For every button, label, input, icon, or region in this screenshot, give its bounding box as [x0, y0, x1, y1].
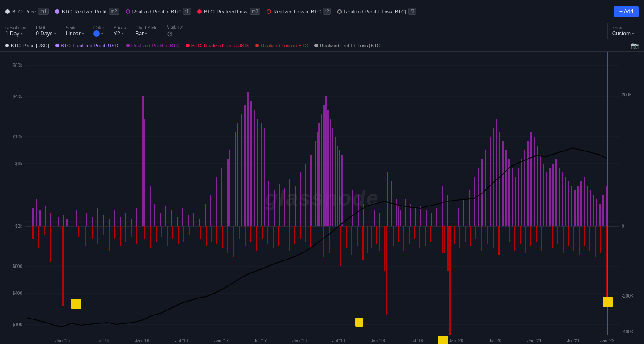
- visibility-control[interactable]: Visibility ⊘: [162, 23, 187, 39]
- svg-rect-71: [325, 96, 327, 226]
- legend-label-f3: Realized Profit + Loss [BTC]: [344, 9, 406, 14]
- svg-text:-400K: -400K: [622, 329, 634, 334]
- svg-rect-29: [142, 96, 144, 226]
- chart-legend-label: BTC: Realized Profit [USD]: [61, 43, 120, 48]
- ema-control[interactable]: EMA 0 Days ▾: [31, 23, 61, 39]
- legend-dot-f3: [337, 9, 342, 14]
- resolution-control[interactable]: Resolution 1 Day ▾: [5, 23, 31, 39]
- svg-rect-91: [396, 199, 397, 226]
- color-control[interactable]: Color ▾: [89, 23, 109, 39]
- svg-text:Jul '18: Jul '18: [332, 338, 345, 343]
- svg-rect-99: [431, 213, 432, 226]
- svg-rect-189: [273, 226, 274, 248]
- svg-rect-177: [206, 226, 207, 246]
- svg-rect-103: [453, 204, 453, 226]
- svg-rect-148: [606, 186, 607, 226]
- chart-legend-label: BTC: Price [USD]: [11, 43, 49, 48]
- zoom-control[interactable]: Zoom Custom ▾: [607, 23, 639, 39]
- svg-rect-174: [189, 226, 190, 235]
- svg-rect-120: [518, 168, 519, 226]
- svg-rect-206: [367, 226, 368, 253]
- svg-rect-227: [465, 226, 466, 242]
- chart-style-value: Bar ▾: [136, 30, 157, 37]
- svg-rect-161: [114, 226, 115, 239]
- svg-rect-90: [394, 190, 394, 226]
- scale-control[interactable]: Scale Linear ▾: [61, 23, 89, 39]
- svg-rect-106: [469, 190, 470, 226]
- svg-rect-20: [92, 217, 93, 226]
- controls-bar: Resolution 1 Day ▾ EMA 0 Days ▾ Scale Li…: [0, 23, 644, 39]
- camera-icon[interactable]: 📷: [631, 42, 639, 49]
- ema-label: EMA: [36, 25, 56, 30]
- svg-text:Jan '22: Jan '22: [600, 338, 614, 343]
- svg-rect-234: [504, 226, 504, 246]
- color-label: Color: [93, 25, 104, 30]
- legend-dot-m2: [55, 9, 59, 14]
- svg-rect-60: [284, 188, 285, 226]
- svg-rect-224: [449, 226, 451, 338]
- svg-rect-194: [300, 226, 301, 239]
- chart-legend: BTC: Price [USD]BTC: Realized Profit [US…: [0, 39, 644, 52]
- svg-rect-218: [425, 226, 426, 246]
- legend-item-m1[interactable]: BTC: Pricem1: [5, 8, 49, 15]
- legend-label-m3: BTC: Realized Loss: [204, 9, 247, 14]
- svg-text:-200K: -200K: [622, 294, 634, 298]
- legend-item-f2[interactable]: Realized Loss in BTCf2: [267, 8, 331, 15]
- svg-rect-107: [474, 177, 475, 226]
- legend-item-m2[interactable]: BTC: Realized Profitm2: [55, 8, 119, 15]
- svg-rect-220: [436, 226, 436, 251]
- svg-rect-39: [193, 213, 194, 226]
- svg-rect-17: [76, 210, 77, 226]
- color-value: ▾: [93, 30, 104, 37]
- svg-rect-246: [568, 226, 569, 246]
- svg-rect-127: [540, 155, 541, 226]
- svg-text:Jul '21: Jul '21: [567, 338, 580, 343]
- legend-dot-f1: [126, 9, 130, 14]
- legend-item-f3[interactable]: Realized Profit + Loss [BTC]f3: [337, 8, 416, 15]
- annotation-boxes: [71, 297, 613, 344]
- legend-item-m3[interactable]: BTC: Realized Lossm3: [197, 8, 260, 15]
- svg-rect-56: [264, 128, 265, 226]
- svg-rect-257: [603, 297, 613, 307]
- y-axis-value: Y2 ▾: [114, 30, 126, 37]
- chart-style-control[interactable]: Chart Style Bar ▾: [131, 23, 162, 39]
- svg-text:$80k: $80k: [13, 63, 23, 68]
- svg-rect-119: [515, 177, 516, 226]
- legend-item-f1[interactable]: Realized Profit in BTCf1: [126, 8, 191, 15]
- svg-rect-52: [250, 101, 252, 226]
- svg-text:0: 0: [622, 224, 624, 229]
- svg-rect-50: [244, 105, 246, 226]
- svg-rect-140: [580, 181, 582, 226]
- svg-rect-104: [458, 208, 459, 226]
- svg-rect-98: [426, 210, 427, 226]
- svg-rect-118: [512, 168, 513, 226]
- svg-rect-15: [63, 215, 64, 226]
- svg-rect-182: [233, 226, 234, 257]
- main-chart-svg: $80k $40k $10k $6k $2k $800 $400 $100 20…: [0, 52, 644, 344]
- svg-text:Jan '18: Jan '18: [292, 338, 307, 343]
- svg-rect-170: [167, 226, 168, 246]
- add-button[interactable]: + Add: [614, 6, 639, 17]
- svg-rect-31: [150, 186, 151, 226]
- svg-rect-96: [415, 208, 416, 226]
- svg-rect-94: [405, 199, 406, 226]
- svg-rect-24: [114, 210, 115, 226]
- svg-rect-200: [335, 226, 335, 262]
- legend-dot-m1: [5, 9, 10, 14]
- y-axis-control[interactable]: Y Axis Y2 ▾: [109, 23, 131, 39]
- svg-rect-145: [596, 199, 597, 226]
- resolution-value: 1 Day ▾: [5, 30, 26, 37]
- svg-rect-117: [508, 159, 510, 226]
- svg-rect-176: [200, 226, 201, 239]
- svg-rect-111: [490, 137, 491, 226]
- svg-rect-53: [254, 110, 255, 226]
- svg-rect-23: [109, 219, 110, 226]
- chart-svg: glassnode: [0, 52, 644, 344]
- svg-text:Jul '16: Jul '16: [175, 338, 188, 343]
- svg-rect-67: [317, 132, 318, 226]
- svg-rect-73: [330, 119, 331, 226]
- svg-rect-223: [447, 226, 449, 271]
- svg-rect-167: [150, 226, 151, 248]
- svg-rect-204: [357, 226, 358, 246]
- svg-rect-139: [577, 186, 579, 226]
